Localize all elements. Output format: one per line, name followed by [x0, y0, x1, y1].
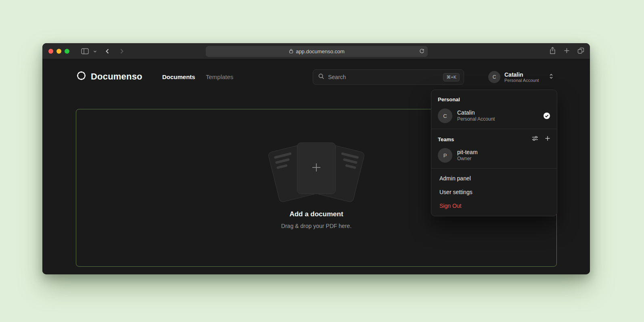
add-team-icon[interactable]: [545, 136, 550, 143]
address-bar[interactable]: app.documenso.com: [206, 46, 428, 57]
zoom-window-button[interactable]: [65, 49, 69, 54]
share-icon[interactable]: [549, 47, 556, 56]
avatar: C: [488, 71, 500, 83]
nav-templates[interactable]: Templates: [206, 73, 233, 80]
illustration-card-center: [297, 142, 336, 194]
manage-teams-icon[interactable]: [532, 136, 538, 143]
account-name: Catalin: [504, 71, 539, 78]
dropzone-subtitle: Drag & drop your PDF here.: [76, 223, 556, 229]
app-page: Documenso Documents Templates ⌘+K C Cata…: [42, 59, 590, 274]
menu-item-sign-out[interactable]: Sign Out: [431, 199, 557, 213]
team-name: pit-team: [457, 149, 478, 156]
search-icon: [318, 73, 324, 81]
personal-account-item[interactable]: C Catalin Personal Account: [431, 106, 557, 126]
desktop-background: app.documenso.com: [0, 0, 644, 322]
brand-name: Documenso: [91, 71, 142, 82]
tab-overview-icon[interactable]: [577, 47, 584, 56]
search-box: ⌘+K: [313, 69, 464, 85]
forward-icon[interactable]: [119, 43, 124, 59]
search-shortcut-badge: ⌘+K: [443, 73, 460, 82]
plus-icon: [311, 162, 322, 174]
minimize-window-button[interactable]: [56, 49, 61, 54]
menu-divider: [431, 129, 557, 129]
teams-section-label: Teams: [438, 136, 454, 142]
teams-section-header: Teams: [431, 132, 557, 145]
selected-check-icon: [543, 112, 550, 119]
toolbar-right-actions: [549, 43, 584, 59]
avatar: C: [438, 109, 452, 123]
account-subtitle: Personal Account: [504, 78, 539, 83]
browser-window: app.documenso.com: [42, 43, 590, 274]
menu-item-user-settings[interactable]: User settings: [431, 185, 557, 199]
toolbar-chevron-down-icon[interactable]: [93, 43, 97, 59]
team-item-pit-team[interactable]: P pit-team Owner: [431, 145, 557, 165]
search-input[interactable]: [328, 74, 439, 80]
menu-item-admin-panel[interactable]: Admin panel: [431, 171, 557, 185]
back-icon[interactable]: [105, 43, 110, 59]
brand-logo[interactable]: Documenso: [76, 70, 142, 83]
account-menu-trigger[interactable]: C Catalin Personal Account: [488, 71, 554, 83]
close-window-button[interactable]: [48, 49, 53, 54]
team-role: Owner: [457, 156, 478, 162]
refresh-icon[interactable]: [419, 48, 424, 55]
account-dropdown-menu: Personal C Catalin Personal Account: [431, 90, 557, 216]
personal-account-subtitle: Personal Account: [457, 116, 495, 122]
window-controls: [48, 43, 69, 59]
documents-illustration: [270, 142, 363, 204]
documenso-logo-icon: [76, 70, 87, 83]
avatar: P: [438, 148, 452, 163]
chevron-up-down-icon: [549, 73, 554, 81]
nav-documents[interactable]: Documents: [162, 73, 195, 80]
new-tab-icon[interactable]: [564, 48, 570, 55]
browser-toolbar: app.documenso.com: [42, 43, 590, 59]
personal-section-label: Personal: [431, 92, 557, 106]
sidebar-toggle-icon[interactable]: [81, 43, 89, 59]
lock-icon: [289, 48, 293, 55]
address-url: app.documenso.com: [296, 48, 345, 54]
personal-account-name: Catalin: [457, 109, 495, 116]
menu-divider: [431, 168, 557, 169]
